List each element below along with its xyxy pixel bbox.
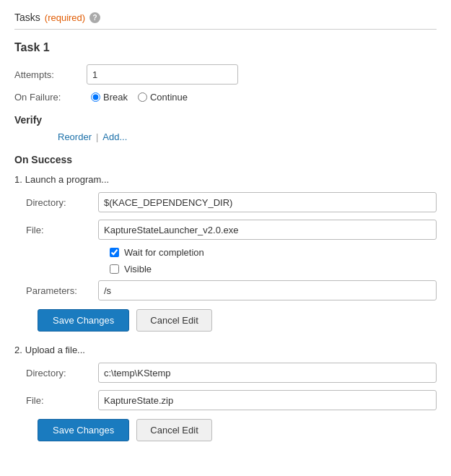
step-1-number: 1.: [14, 174, 22, 185]
step-1-wait-label: Wait for completion: [124, 247, 204, 258]
step-1-cancel-button[interactable]: Cancel Edit: [136, 309, 211, 332]
step-2-cancel-button[interactable]: Cancel Edit: [136, 419, 211, 441]
break-option[interactable]: Break: [91, 92, 128, 103]
step-2-file-label: File:: [26, 395, 98, 406]
step-2-file-input[interactable]: [98, 390, 437, 410]
step-1-fields: Directory: File: Wait for completion Vis…: [26, 192, 437, 332]
step-1-file-label: File:: [26, 225, 98, 235]
verify-links: Reorder | Add...: [58, 131, 437, 142]
step-2-btn-row: Save Changes Cancel Edit: [38, 419, 437, 441]
reorder-button[interactable]: Reorder: [58, 131, 92, 142]
step-1-file-input[interactable]: [98, 220, 437, 240]
step-1-visible-label: Visible: [124, 264, 152, 274]
on-failure-label: On Failure:: [14, 92, 87, 103]
step-2-number: 2.: [14, 345, 22, 355]
step-1-visible-row: Visible: [110, 264, 437, 274]
break-radio[interactable]: [91, 92, 100, 102]
step-1-parameters-label: Parameters:: [26, 285, 98, 296]
step-1-header: 1. Launch a program...: [14, 174, 437, 185]
step-1-directory-row: Directory:: [26, 192, 437, 212]
step-1-visible-checkbox[interactable]: [110, 264, 119, 274]
continue-radio[interactable]: [138, 92, 147, 102]
verify-title: Verify: [14, 114, 437, 126]
step-2-name: Upload a file...: [25, 345, 85, 355]
step-1-save-button[interactable]: Save Changes: [38, 309, 129, 332]
step-2-directory-label: Directory:: [26, 368, 98, 378]
on-failure-row: On Failure: Break Continue: [14, 92, 437, 103]
step-2-save-button[interactable]: Save Changes: [38, 419, 129, 441]
link-divider: |: [96, 131, 98, 142]
on-failure-options: Break Continue: [91, 92, 188, 103]
help-icon[interactable]: ?: [89, 12, 100, 23]
section-header: Tasks (required) ?: [14, 12, 437, 30]
verify-section: Verify Reorder | Add...: [14, 114, 437, 142]
step-1-parameters-row: Parameters:: [26, 280, 437, 300]
step-2-file-row: File:: [26, 390, 437, 410]
step-1-directory-input[interactable]: [98, 192, 437, 212]
section-title: Tasks: [14, 12, 40, 23]
step-1-wait-checkbox[interactable]: [110, 248, 119, 257]
add-button[interactable]: Add...: [102, 131, 127, 142]
on-success-title: On Success: [14, 154, 437, 165]
required-label: (required): [45, 12, 85, 23]
continue-option[interactable]: Continue: [138, 92, 188, 103]
task-title: Task 1: [14, 41, 437, 54]
step-2: 2. Upload a file... Directory: File: Sav…: [14, 345, 437, 441]
step-1-wait-row: Wait for completion: [110, 247, 437, 258]
step-2-directory-input[interactable]: [98, 363, 437, 383]
attempts-input[interactable]: [87, 64, 238, 85]
step-1-name: Launch a program...: [25, 174, 109, 185]
step-1-directory-label: Directory:: [26, 197, 98, 208]
step-1: 1. Launch a program... Directory: File: …: [14, 174, 437, 332]
attempts-label: Attempts:: [14, 69, 87, 80]
attempts-row: Attempts:: [14, 64, 437, 85]
break-label: Break: [103, 92, 128, 103]
step-1-btn-row: Save Changes Cancel Edit: [38, 309, 437, 332]
step-2-directory-row: Directory:: [26, 363, 437, 383]
step-1-file-row: File:: [26, 220, 437, 240]
step-2-header: 2. Upload a file...: [14, 345, 437, 355]
step-1-parameters-input[interactable]: [98, 280, 437, 300]
step-2-fields: Directory: File: Save Changes Cancel Edi…: [26, 363, 437, 441]
continue-label: Continue: [150, 92, 188, 103]
